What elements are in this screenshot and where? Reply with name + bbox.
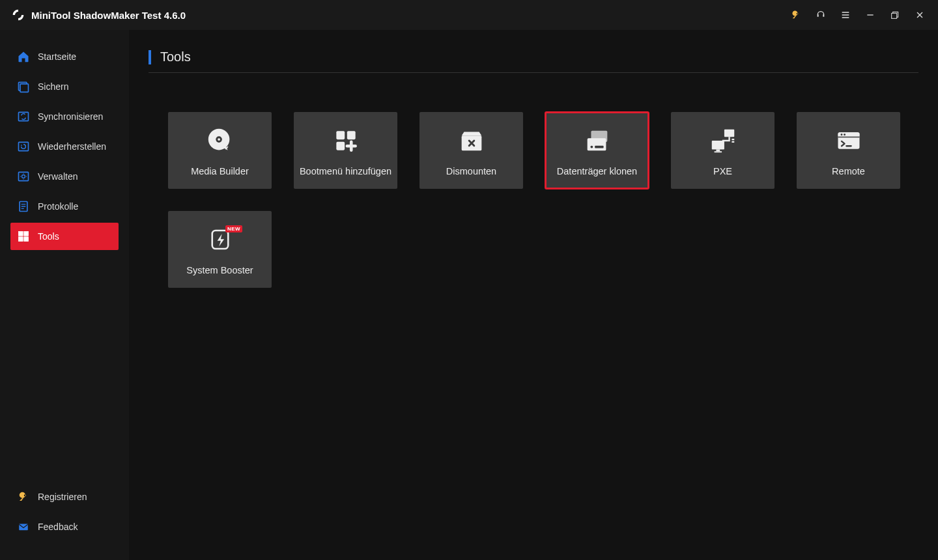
svg-rect-25: [724, 130, 733, 137]
svg-rect-11: [19, 237, 23, 242]
logs-icon: [17, 200, 30, 213]
sidebar-item-label: Sichern: [38, 81, 68, 92]
svg-point-23: [590, 146, 593, 148]
sidebar-item-label: Wiederherstellen: [38, 141, 106, 152]
sidebar-bottom-label: Feedback: [38, 522, 78, 532]
sidebar-item-startseite[interactable]: Startseite: [10, 43, 119, 70]
disc-icon: [204, 124, 236, 157]
tools-grid-icon: [17, 230, 30, 243]
svg-rect-17: [336, 131, 345, 139]
sidebar-item-label: Tools: [38, 231, 59, 242]
sidebar-registrieren[interactable]: Registrieren: [10, 483, 119, 511]
content-wrap: Startseite Sichern Synchronisieren Wiede…: [0, 30, 938, 560]
sidebar-item-label: Verwalten: [38, 171, 78, 182]
svg-point-31: [840, 133, 842, 135]
restore-icon: [17, 140, 30, 153]
svg-point-7: [22, 175, 25, 178]
tile-remote[interactable]: Remote: [797, 112, 900, 189]
maximize-icon[interactable]: [888, 8, 902, 21]
svg-rect-1: [892, 13, 897, 18]
minimize-icon[interactable]: [864, 8, 877, 21]
terminal-icon: [832, 124, 865, 157]
svg-rect-28: [714, 151, 722, 152]
tile-media-builder[interactable]: Media Builder: [168, 112, 272, 189]
tile-label: System Booster: [184, 265, 255, 275]
svg-rect-9: [19, 232, 23, 236]
backup-icon: [17, 80, 30, 93]
sidebar-nav: Startseite Sichern Synchronisieren Wiede…: [4, 43, 125, 250]
svg-rect-12: [24, 237, 29, 242]
sidebar-item-label: Protokolle: [38, 201, 78, 212]
svg-rect-18: [347, 131, 355, 139]
manage-icon: [17, 170, 30, 183]
home-icon: [17, 50, 30, 63]
svg-rect-27: [716, 149, 720, 151]
tile-label: Bootmenü hinzufügen: [297, 166, 394, 176]
grid-plus-icon: [330, 124, 362, 157]
titlebar-left: MiniTool ShadowMaker Test 4.6.0: [12, 8, 186, 21]
tools-grid: Media Builder Bootmenü hinzufügen Dismou…: [149, 112, 918, 288]
new-badge: NEW: [225, 225, 242, 232]
page-title: Tools: [160, 49, 191, 64]
close-icon[interactable]: [913, 8, 926, 21]
headset-icon[interactable]: [814, 8, 827, 21]
app-title: MiniTool ShadowMaker Test 4.6.0: [31, 10, 186, 21]
tile-bootmenu-hinzufuegen[interactable]: Bootmenü hinzufügen: [294, 112, 397, 189]
svg-rect-5: [19, 142, 29, 150]
app-logo-icon: [12, 8, 25, 21]
sidebar-bottom-label: Registrieren: [38, 492, 87, 502]
sidebar-bottom: Registrieren Feedback: [4, 483, 125, 547]
key-icon: [17, 490, 30, 503]
sidebar: Startseite Sichern Synchronisieren Wiede…: [0, 30, 129, 560]
titlebar-controls: [789, 8, 926, 21]
page-header: Tools: [149, 49, 918, 73]
tile-label: PXE: [711, 166, 735, 176]
titlebar: MiniTool ShadowMaker Test 4.6.0: [0, 0, 938, 30]
svg-point-16: [218, 138, 220, 141]
sidebar-item-sichern[interactable]: Sichern: [10, 73, 119, 100]
svg-rect-3: [20, 84, 29, 92]
tile-system-booster[interactable]: NEW System Booster: [168, 211, 272, 288]
sidebar-feedback[interactable]: Feedback: [10, 513, 119, 540]
mail-icon: [17, 520, 30, 533]
disk-clone-icon: [581, 124, 614, 157]
sidebar-item-tools[interactable]: Tools: [10, 223, 119, 250]
tile-datentraeger-klonen[interactable]: Datenträger klonen: [545, 112, 649, 189]
svg-rect-10: [24, 232, 29, 236]
accent-bar: [149, 50, 151, 64]
main-content: Tools Media Builder Bootmenü hinzufügen: [129, 30, 938, 560]
tile-label: Datenträger klonen: [554, 166, 640, 176]
tile-label: Dismounten: [444, 166, 499, 176]
network-icon: [707, 124, 739, 157]
sidebar-item-verwalten[interactable]: Verwalten: [10, 163, 119, 190]
sync-icon: [17, 110, 30, 123]
sidebar-item-wiederherstellen[interactable]: Wiederherstellen: [10, 133, 119, 160]
svg-rect-13: [19, 524, 28, 531]
menu-icon[interactable]: [839, 8, 852, 21]
svg-rect-19: [336, 142, 345, 150]
tile-dismounten[interactable]: Dismounten: [419, 112, 523, 189]
sidebar-item-label: Startseite: [38, 51, 76, 62]
svg-point-32: [844, 133, 846, 135]
sidebar-item-synchronisieren[interactable]: Synchronisieren: [10, 103, 119, 130]
sidebar-item-label: Synchronisieren: [38, 111, 103, 122]
tile-label: Media Builder: [188, 166, 251, 176]
box-x-icon: [455, 124, 488, 157]
sidebar-spacer: [4, 250, 125, 483]
svg-rect-22: [587, 138, 606, 150]
sidebar-item-protokolle[interactable]: Protokolle: [10, 193, 119, 220]
tile-pxe[interactable]: PXE: [671, 112, 775, 189]
key-icon[interactable]: [789, 8, 803, 21]
svg-rect-24: [595, 146, 603, 148]
tile-label: Remote: [829, 166, 868, 176]
